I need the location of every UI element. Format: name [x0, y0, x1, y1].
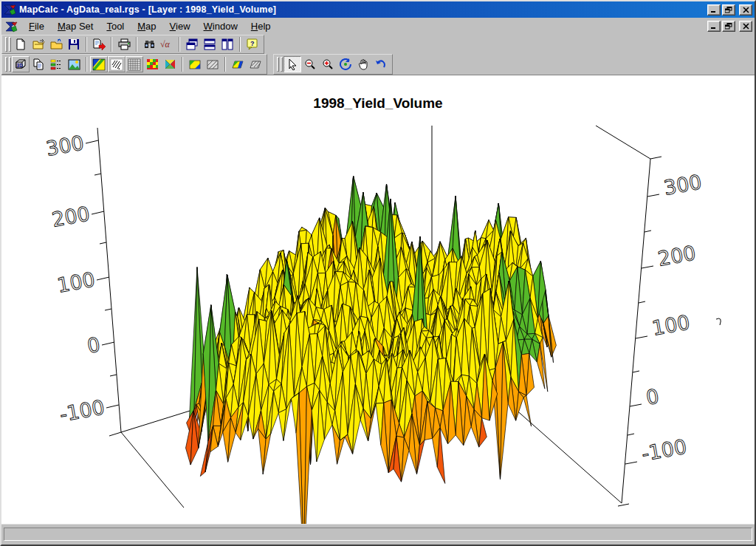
export-map-button[interactable] — [90, 36, 108, 52]
toolbar-grip[interactable] — [9, 37, 11, 52]
map-2d-shaded-icon — [189, 60, 201, 69]
toolbar-standard-row: √α ? — [1, 35, 755, 54]
rotate-3d-button[interactable] — [337, 56, 354, 72]
map-2d-hatched-button[interactable] — [204, 56, 221, 72]
zoom-out-button[interactable] — [301, 56, 319, 72]
child-minimize-button[interactable] — [707, 21, 721, 32]
toolbar-grip[interactable] — [277, 57, 279, 72]
close-icon — [743, 23, 749, 30]
menu-help[interactable]: Help — [246, 19, 276, 33]
menu-map[interactable]: Map — [132, 19, 161, 33]
mesh-grid-button[interactable] — [126, 56, 143, 72]
legend-icon — [50, 58, 62, 70]
formula-button[interactable]: √α — [158, 36, 176, 52]
cascade-windows-button[interactable] — [183, 36, 201, 52]
pan-button[interactable] — [354, 56, 372, 72]
rotate-3d-icon — [340, 58, 351, 70]
toolbar-grip[interactable] — [5, 37, 7, 52]
map-3d-shaded-button[interactable] — [229, 56, 247, 72]
cell-grid-button[interactable] — [143, 56, 161, 72]
title-bar[interactable]: MapCalc - AgData_real.rgs - [Layer : 199… — [1, 1, 755, 18]
menu-tool[interactable]: Tool — [101, 19, 129, 33]
minimize-icon — [710, 7, 718, 13]
zoom-in-button[interactable] — [319, 56, 337, 72]
copy-button[interactable] — [30, 56, 47, 72]
save-image-button[interactable] — [65, 56, 83, 72]
new-document-button[interactable] — [12, 36, 30, 52]
help-button[interactable]: ? — [244, 36, 261, 52]
formula-icon: √α — [159, 38, 174, 50]
map-3d-hatched-icon — [250, 61, 261, 69]
find-button[interactable] — [140, 36, 158, 52]
print-icon — [118, 38, 131, 50]
select-arrow-button[interactable] — [284, 56, 301, 72]
minimize-button[interactable] — [707, 4, 721, 16]
right-tick-0: 0 — [645, 384, 661, 409]
status-bar — [1, 524, 755, 545]
find-icon — [143, 38, 156, 50]
save-icon — [68, 38, 80, 50]
open-mapset-icon — [50, 38, 63, 50]
toolbar-navigate — [273, 54, 393, 75]
open-mapset-button[interactable] — [47, 36, 65, 52]
stray-mark — [716, 318, 721, 325]
menu-map-set[interactable]: Map Set — [52, 19, 98, 33]
help-icon: ? — [247, 38, 258, 50]
left-tick-300: 300 — [44, 131, 86, 160]
map-2d-shaded-button[interactable] — [186, 56, 204, 72]
layer-system-menu-icon[interactable] — [5, 21, 18, 33]
close-icon — [743, 7, 749, 13]
toolbar-grip[interactable] — [5, 57, 7, 72]
toolbar-grip[interactable] — [281, 57, 283, 72]
shaded-map-button[interactable] — [90, 56, 108, 72]
svg-text:3D: 3D — [17, 62, 24, 67]
map-3d-view[interactable]: 300 200 100 0 -100 300 200 100 0 -100 19… — [1, 75, 755, 524]
tile-horizontal-button[interactable] — [201, 36, 219, 52]
copy-icon — [32, 58, 44, 70]
child-close-button[interactable] — [739, 21, 752, 32]
menu-file[interactable]: File — [24, 19, 49, 33]
close-button[interactable] — [739, 4, 752, 16]
cell-grid-icon — [146, 58, 159, 70]
contour-lines-button[interactable] — [108, 56, 126, 72]
print-button[interactable] — [115, 36, 133, 52]
left-tick-m100: -100 — [58, 395, 106, 426]
open-file-icon — [32, 38, 45, 50]
contour-lines-icon — [110, 58, 123, 71]
map-3d-hatched-button[interactable] — [247, 56, 264, 72]
restore-button[interactable] — [722, 4, 735, 16]
menu-view[interactable]: View — [165, 19, 196, 33]
restore-icon — [725, 23, 732, 30]
app-logo-icon — [4, 4, 16, 16]
undo-view-button[interactable] — [372, 56, 390, 72]
legend-button[interactable] — [47, 56, 65, 72]
tin-mesh-button[interactable] — [161, 56, 179, 72]
mapcalc-window: MapCalc - AgData_real.rgs - [Layer : 199… — [0, 0, 756, 546]
tin-mesh-icon — [164, 58, 176, 70]
mesh-grid-icon — [128, 58, 141, 71]
view-3d-button[interactable]: 3D — [12, 56, 30, 72]
left-tick-100: 100 — [55, 267, 97, 296]
restore-icon — [725, 7, 732, 13]
minimize-icon — [710, 23, 718, 30]
menu-window[interactable]: Window — [199, 19, 243, 33]
right-tick-100: 100 — [650, 310, 692, 339]
svg-text:√α: √α — [160, 39, 171, 50]
tile-horizontal-icon — [204, 38, 216, 50]
child-restore-button[interactable] — [722, 21, 735, 32]
toolbar-separator — [224, 57, 226, 72]
pan-icon — [358, 58, 369, 70]
status-message — [4, 528, 752, 541]
toolbar-grip[interactable] — [9, 57, 11, 72]
select-arrow-icon — [287, 58, 298, 70]
new-document-icon — [15, 38, 27, 50]
toolbar-separator — [136, 37, 137, 52]
toolbar-separator — [86, 37, 87, 52]
surface-mesh — [186, 176, 557, 524]
save-button[interactable] — [65, 36, 83, 52]
left-tick-200: 200 — [50, 202, 92, 231]
zoom-in-icon — [322, 58, 334, 70]
tile-vertical-button[interactable] — [219, 36, 236, 52]
open-file-button[interactable] — [30, 36, 47, 52]
export-map-icon — [92, 38, 106, 50]
